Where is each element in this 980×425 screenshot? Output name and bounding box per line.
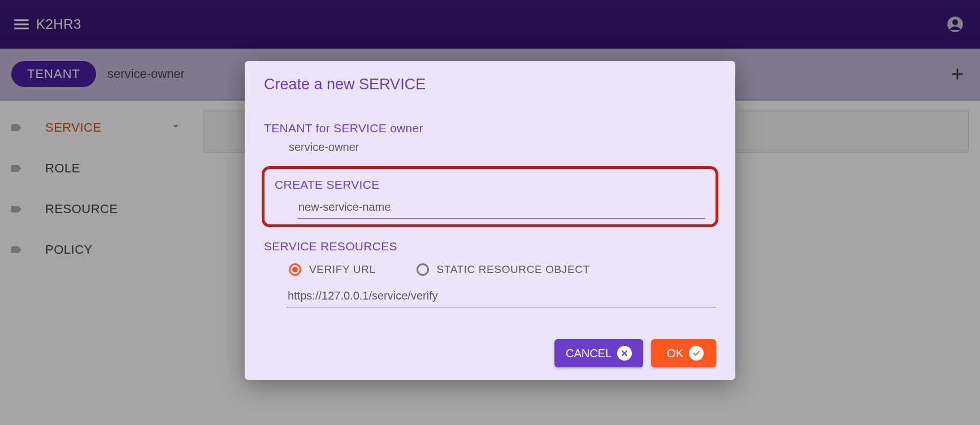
service-resources-label: SERVICE RESOURCES xyxy=(264,240,716,253)
tenant-owner-value: service-owner xyxy=(289,141,716,154)
cancel-button-label: CANCEL xyxy=(566,347,612,360)
service-name-input[interactable] xyxy=(297,198,705,219)
check-icon xyxy=(689,346,704,361)
verify-url-input[interactable] xyxy=(287,287,716,307)
radio-static-resource[interactable]: STATIC RESOURCE OBJECT xyxy=(417,263,590,276)
radio-icon xyxy=(289,263,301,276)
dialog-actions: CANCEL OK xyxy=(264,339,716,367)
cancel-button[interactable]: CANCEL xyxy=(554,339,643,367)
resource-type-radio-group: VERIFY URL STATIC RESOURCE OBJECT xyxy=(289,263,716,276)
create-service-dialog: Create a new SERVICE TENANT for SERVICE … xyxy=(245,61,735,380)
dialog-title: Create a new SERVICE xyxy=(264,76,716,93)
create-service-label: CREATE SERVICE xyxy=(275,178,705,192)
ok-button-label: OK xyxy=(667,347,683,360)
create-service-highlight: CREATE SERVICE xyxy=(262,166,718,227)
tenant-section-label: TENANT for SERVICE owner xyxy=(264,122,716,135)
radio-icon xyxy=(417,263,429,276)
ok-button[interactable]: OK xyxy=(651,339,716,367)
radio-verify-url[interactable]: VERIFY URL xyxy=(289,263,376,276)
radio-label: STATIC RESOURCE OBJECT xyxy=(437,263,590,276)
close-icon xyxy=(617,346,632,361)
radio-label: VERIFY URL xyxy=(309,263,376,276)
